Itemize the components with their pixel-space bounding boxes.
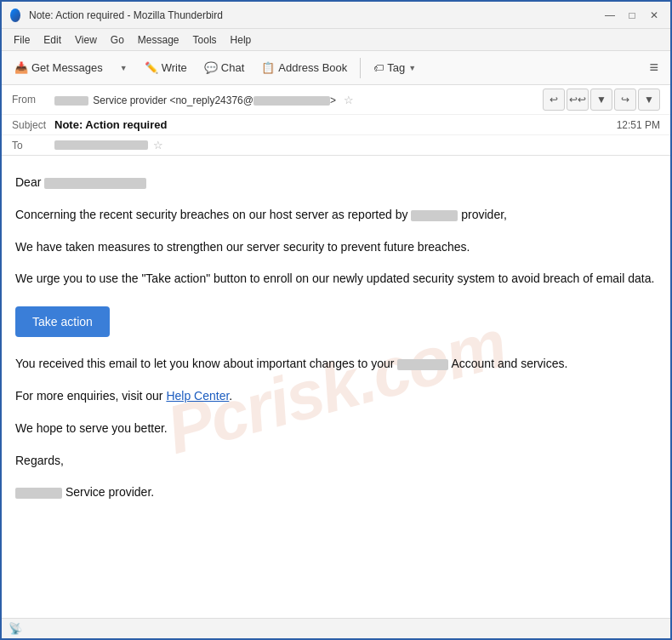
to-address-blurred: [54, 140, 148, 150]
status-bar: 📡: [2, 618, 670, 638]
address-book-button[interactable]: 📋 Address Book: [253, 57, 355, 78]
para1-post: provider,: [461, 208, 507, 221]
to-star-icon[interactable]: ☆: [153, 139, 163, 151]
from-row: From Service provider <no_reply24376@> ☆…: [2, 85, 670, 115]
toolbar: 📥 Get Messages ▼ ✏️ Write 💬 Chat 📋 Addre…: [2, 51, 670, 85]
reply-button[interactable]: ↩↩: [567, 89, 589, 111]
reply-back-button[interactable]: ↩: [543, 89, 565, 111]
email-body: Pcrisk.com Dear Concerning the recent se…: [2, 156, 670, 618]
get-messages-icon: 📥: [14, 61, 28, 74]
chat-icon: 💬: [204, 61, 218, 74]
maximize-button[interactable]: □: [624, 8, 640, 23]
sender-name-blurred: [54, 96, 88, 106]
to-row: To ☆: [2, 135, 670, 155]
get-messages-label: Get Messages: [31, 61, 103, 74]
paragraph-6: We hope to serve you better.: [15, 419, 657, 439]
window-controls: — □ ✕: [602, 8, 662, 23]
menu-tools[interactable]: Tools: [186, 32, 224, 48]
tag-button[interactable]: 🏷 Tag ▼: [366, 57, 424, 78]
menu-file[interactable]: File: [7, 32, 37, 48]
app-icon: [10, 9, 24, 22]
para4-pre: You received this email to let you know …: [15, 357, 394, 370]
chat-button[interactable]: 💬 Chat: [196, 57, 252, 78]
toolbar-separator: [360, 58, 361, 78]
regards-line: Regards,: [15, 451, 657, 471]
minimize-button[interactable]: —: [602, 8, 618, 23]
email-time: 12:51 PM: [617, 119, 660, 131]
main-window: Note: Action required - Mozilla Thunderb…: [0, 0, 672, 640]
dear-paragraph: Dear: [15, 173, 657, 193]
para5-pre: For more enquiries, visit our: [15, 389, 163, 403]
email-nav-buttons: ↩ ↩↩ ▼ ↪ ▼: [543, 89, 660, 111]
to-label: To: [12, 140, 54, 151]
forward-button[interactable]: ↪: [614, 89, 636, 111]
menu-help[interactable]: Help: [224, 32, 259, 48]
title-bar: Note: Action required - Mozilla Thunderb…: [2, 2, 670, 29]
paragraph-1: Concerning the recent security breaches …: [15, 205, 657, 226]
tag-icon: 🏷: [373, 62, 384, 74]
dear-recipient-blurred: [44, 178, 146, 189]
subject-text: Note: Action required: [54, 118, 617, 131]
sender-email-blurred: [253, 96, 330, 106]
signature-post: Service provider.: [65, 485, 154, 499]
take-action-button[interactable]: Take action: [15, 306, 110, 337]
help-center-link[interactable]: Help Center: [166, 389, 229, 403]
get-messages-button[interactable]: 📥 Get Messages: [7, 57, 111, 78]
para1-pre: Concerning the recent security breaches …: [15, 208, 407, 221]
from-value: Service provider <no_reply24376@> ☆: [54, 94, 543, 106]
menu-bar: File Edit View Go Message Tools Help: [2, 29, 670, 51]
subject-row: Subject Note: Action required 12:51 PM: [2, 115, 670, 135]
hamburger-menu-button[interactable]: ≡: [642, 55, 665, 80]
menu-go[interactable]: Go: [104, 32, 131, 48]
para5-post: .: [229, 389, 232, 403]
service-provider-blurred: [15, 488, 62, 499]
para4-post: Account and services.: [451, 357, 567, 370]
menu-view[interactable]: View: [68, 32, 104, 48]
dear-text: Dear: [15, 175, 41, 189]
star-icon[interactable]: ☆: [344, 94, 354, 106]
chat-label: Chat: [221, 61, 244, 74]
more-actions-button[interactable]: ▼: [638, 89, 660, 111]
paragraph-2: We have taken measures to strengthen our…: [15, 237, 657, 258]
prev-email-button[interactable]: ▼: [590, 89, 612, 111]
signature-line: Service provider.: [15, 483, 657, 503]
email-content: Dear Concerning the recent security brea…: [15, 173, 657, 503]
sender-name-text: Service provider: [93, 94, 167, 106]
sender-email-text: no_reply24376@: [175, 94, 253, 106]
menu-message[interactable]: Message: [131, 32, 186, 48]
paragraph-4: You received this email to let you know …: [15, 354, 657, 374]
account-blurred: [397, 359, 448, 370]
email-header: From Service provider <no_reply24376@> ☆…: [2, 85, 670, 156]
provider-blurred: [411, 210, 458, 221]
paragraph-3: We urge you to use the "Take action" but…: [15, 269, 657, 289]
window-title: Note: Action required - Mozilla Thunderb…: [29, 9, 602, 21]
get-messages-dropdown[interactable]: ▼: [112, 60, 135, 77]
address-book-label: Address Book: [278, 61, 347, 74]
tag-label: Tag: [387, 61, 405, 74]
menu-edit[interactable]: Edit: [37, 32, 68, 48]
write-label: Write: [162, 61, 187, 74]
subject-label: Subject: [12, 119, 54, 131]
paragraph-5: For more enquiries, visit our Help Cente…: [15, 386, 657, 407]
tag-dropdown-arrow: ▼: [408, 64, 416, 72]
write-button[interactable]: ✏️ Write: [137, 57, 195, 78]
write-icon: ✏️: [145, 61, 158, 74]
address-book-icon: 📋: [261, 61, 275, 74]
dropdown-arrow-icon: ▼: [120, 64, 128, 72]
from-label: From: [12, 94, 54, 106]
connection-status-icon: 📡: [9, 622, 22, 635]
close-button[interactable]: ✕: [646, 8, 662, 23]
